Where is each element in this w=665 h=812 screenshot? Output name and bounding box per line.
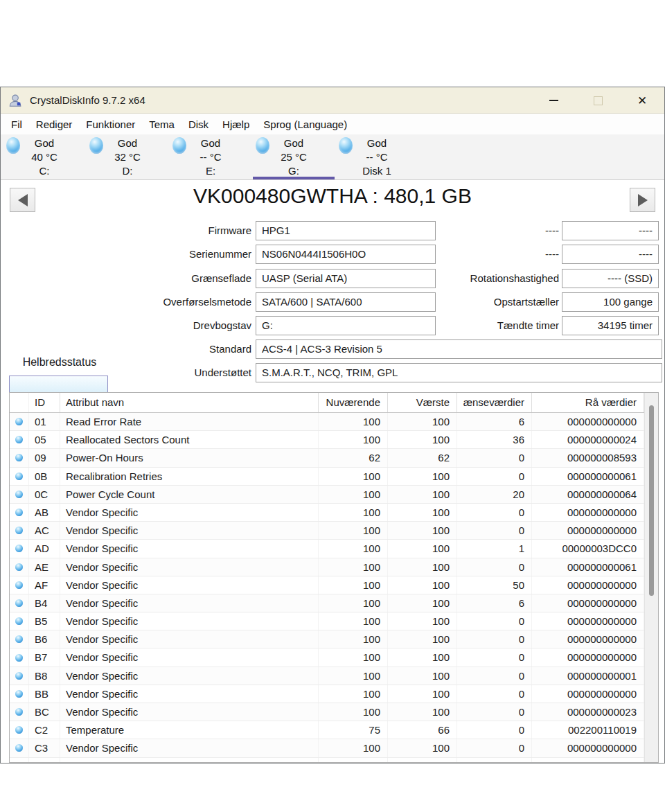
attribute-id: 0B: [29, 468, 60, 485]
attribute-raw-value: 002200110019: [532, 721, 644, 739]
smart-table-row[interactable]: C4 Reallocation Event Count 100 100 36 0…: [10, 758, 644, 762]
attribute-name: Vendor Specific: [60, 594, 319, 612]
drive-tab[interactable]: God 40 °C C:: [3, 134, 86, 179]
smart-table-row[interactable]: AE Vendor Specific 100 100 0 00000000006…: [10, 558, 644, 576]
dash2-label: ----: [423, 245, 559, 264]
smart-table-row[interactable]: BB Vendor Specific 100 100 0 00000000000…: [10, 685, 644, 703]
smart-table-row[interactable]: 09 Power-On Hours 62 62 0 000000008593: [10, 449, 644, 467]
attribute-id: BC: [29, 703, 60, 721]
attribute-raw-value: 000000000064: [532, 486, 644, 503]
menu-item[interactable]: Sprog (Language): [256, 118, 354, 130]
attribute-worst: 100: [388, 612, 457, 630]
attribute-raw-value: 000000000001: [532, 667, 644, 685]
attribute-id: B5: [29, 612, 60, 630]
drive-tab[interactable]: God -- °C E:: [169, 134, 252, 179]
attribute-current: 100: [319, 612, 388, 630]
smart-table-row[interactable]: AC Vendor Specific 100 100 0 00000000000…: [10, 522, 644, 540]
attribute-name: Vendor Specific: [60, 630, 319, 648]
smart-table-row[interactable]: AB Vendor Specific 100 100 0 00000000000…: [10, 504, 644, 522]
smart-table-row[interactable]: B5 Vendor Specific 100 100 0 00000000000…: [10, 612, 644, 630]
attribute-current: 100: [319, 504, 388, 521]
attribute-current: 75: [319, 721, 388, 739]
drive-letter-value: G:: [256, 316, 436, 335]
header-id: ID: [29, 393, 60, 412]
status-dot-icon: [15, 418, 23, 425]
smart-table-header: ID Attribut navn Nuværende Værste ænsevæ…: [10, 393, 644, 413]
smart-table-row[interactable]: 01 Read Error Rate 100 100 6 00000000000…: [10, 413, 644, 431]
tab-drive-letter: E:: [169, 164, 252, 178]
attribute-worst: 100: [388, 685, 457, 703]
drive-tab[interactable]: God 25 °C G:: [252, 134, 335, 179]
row-status-cell: [10, 630, 29, 648]
attribute-current: 100: [319, 758, 388, 762]
power-on-count-value: 100 gange: [562, 292, 659, 312]
status-dot-icon: [15, 690, 23, 698]
rotation-rate-label: Rotationshastighed: [423, 269, 559, 288]
prev-drive-button[interactable]: [10, 188, 35, 212]
firmware-value: HPG1: [256, 221, 436, 240]
smart-table-row[interactable]: AD Vendor Specific 100 100 1 00000003DCC…: [10, 540, 644, 558]
row-status-cell: [10, 540, 29, 557]
close-button[interactable]: ✕: [620, 87, 664, 114]
smart-table-row[interactable]: 0C Power Cycle Count 100 100 20 00000000…: [10, 486, 644, 504]
header-attribute-name: Attribut navn: [60, 393, 319, 412]
maximize-button[interactable]: [576, 87, 620, 114]
attribute-current: 100: [319, 630, 388, 648]
smart-table-row[interactable]: AF Vendor Specific 100 100 50 0000000000…: [10, 576, 644, 594]
attribute-threshold: 0: [457, 721, 532, 739]
smart-table-row[interactable]: B6 Vendor Specific 100 100 0 00000000000…: [10, 630, 644, 648]
attribute-worst: 100: [388, 667, 457, 685]
menu-item[interactable]: Fil: [4, 118, 29, 130]
attribute-name: Vendor Specific: [60, 522, 319, 539]
attribute-name: Reallocated Sectors Count: [60, 431, 319, 448]
status-dot-icon: [15, 436, 23, 443]
row-status-cell: [10, 703, 29, 721]
row-status-cell: [10, 413, 29, 430]
attribute-id: 01: [29, 413, 60, 430]
header-threshold: ænseværdier: [457, 393, 532, 412]
attribute-threshold: 6: [457, 413, 532, 430]
attribute-worst: 100: [388, 594, 457, 612]
rotation-rate-value: ---- (SSD): [562, 269, 659, 288]
attribute-raw-value: 000000000000: [532, 648, 644, 666]
attribute-worst: 100: [388, 758, 457, 762]
attribute-id: B7: [29, 648, 60, 666]
attribute-name: Vendor Specific: [60, 576, 319, 594]
attribute-raw-value: 000000000000: [532, 504, 644, 521]
menu-item[interactable]: Tema: [142, 118, 181, 130]
attribute-worst: 100: [388, 522, 457, 539]
attribute-raw-value: 000000000000: [532, 630, 644, 648]
table-scrollbar[interactable]: [644, 393, 658, 762]
attribute-worst: 66: [388, 721, 457, 739]
attribute-raw-value: 000000000000: [532, 594, 644, 612]
smart-table-row[interactable]: 05 Reallocated Sectors Count 100 100 36 …: [10, 431, 644, 449]
dash1-value: ----: [562, 221, 659, 240]
drive-tab[interactable]: God -- °C Disk 1: [335, 134, 418, 179]
drive-tabstrip: God 40 °C C: God 32 °C D: God -- °C E:: [1, 134, 664, 180]
attribute-worst: 100: [388, 648, 457, 666]
attribute-raw-value: 000000000000: [532, 413, 644, 430]
row-status-cell: [10, 758, 29, 762]
smart-table-row[interactable]: BC Vendor Specific 100 100 0 00000000002…: [10, 703, 644, 721]
smart-table-row[interactable]: B7 Vendor Specific 100 100 0 00000000000…: [10, 648, 644, 667]
menu-item[interactable]: Rediger: [29, 118, 80, 130]
row-status-cell: [10, 667, 29, 685]
smart-table-row[interactable]: C2 Temperature 75 66 0 002200110019: [10, 721, 644, 739]
menu-item[interactable]: Funktioner: [79, 118, 142, 130]
attribute-worst: 100: [388, 468, 457, 485]
minimize-button[interactable]: [531, 87, 576, 114]
maximize-icon: [594, 96, 603, 105]
attribute-raw-value: 000000000061: [532, 558, 644, 576]
menu-item[interactable]: Disk: [181, 118, 215, 130]
smart-table-row[interactable]: B4 Vendor Specific 100 100 6 00000000000…: [10, 594, 644, 612]
next-drive-button[interactable]: [630, 188, 655, 212]
attribute-raw-value: 000000000024: [532, 431, 644, 448]
menu-item[interactable]: Hjælp: [215, 118, 256, 130]
smart-table-row[interactable]: B8 Vendor Specific 100 100 0 00000000000…: [10, 667, 644, 685]
table-scrollbar-thumb[interactable]: [649, 405, 654, 596]
smart-table-rows: 01 Read Error Rate 100 100 6 00000000000…: [10, 413, 644, 762]
desktop: CrystalDiskInfo 9.7.2 x64 ✕ FilRedigerFu…: [0, 0, 665, 812]
smart-table-row[interactable]: 0B Recalibration Retries 100 100 0 00000…: [10, 468, 644, 486]
smart-table-row[interactable]: C3 Vendor Specific 100 100 0 00000000000…: [10, 739, 644, 757]
drive-tab[interactable]: God 32 °C D:: [86, 134, 169, 179]
